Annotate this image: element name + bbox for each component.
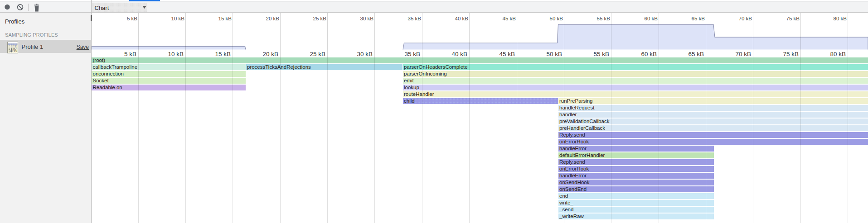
svg-text:%: %: [13, 48, 17, 53]
